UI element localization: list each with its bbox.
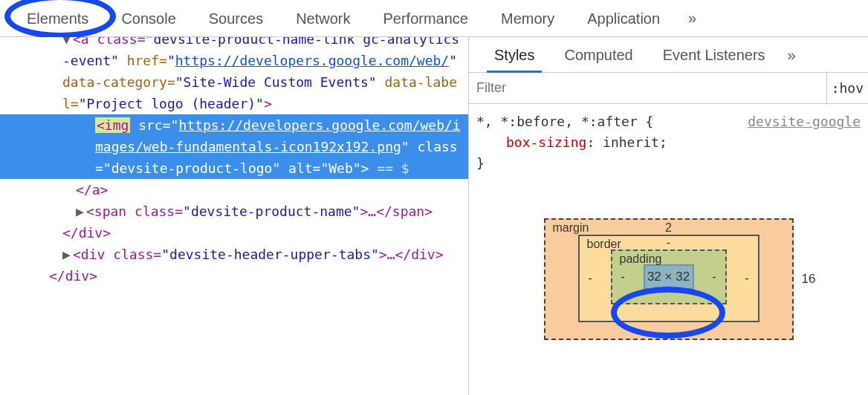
css-rule[interactable]: *, *:before, *:after { devsite-google bo… — [469, 104, 868, 178]
hov-toggle[interactable]: :hov — [826, 73, 868, 103]
dom-datacat: "Site-Wide Custom Events" — [175, 74, 377, 90]
dom-datacat-label: data-category= — [62, 74, 175, 90]
styles-filter-input[interactable] — [469, 73, 826, 103]
dom-div2-open: <div class= — [73, 247, 161, 262]
rule-selector: *, *:before, *:after { — [476, 111, 653, 132]
dom-a-open: <a class= — [73, 37, 146, 47]
dom-selected-marker: == $ — [369, 160, 409, 176]
tab-application[interactable]: Application — [571, 0, 676, 37]
rule-close: } — [476, 153, 861, 174]
dom-div-end-2: </div> — [49, 268, 97, 284]
elements-tree[interactable]: ▼<a class="devsite-product-name-link gc-… — [0, 37, 468, 395]
boxmodel-content: 32 × 32 — [644, 264, 694, 290]
boxmodel-border-right: - — [745, 272, 748, 285]
dom-img-src-label: src=" — [130, 117, 178, 133]
dom-a-end: </a> — [76, 182, 108, 197]
dom-href-label: href= — [119, 53, 167, 68]
boxmodel-margin-top: 2 — [665, 221, 672, 235]
tab-performance[interactable]: Performance — [367, 0, 485, 37]
rule-value: inherit; — [603, 134, 667, 150]
tab-memory[interactable]: Memory — [485, 0, 571, 37]
main-tab-bar: Elements Console Sources Network Perform… — [0, 0, 868, 37]
boxmodel-border-left: - — [589, 272, 592, 285]
boxmodel-padding-left: - — [621, 270, 625, 284]
dom-q2: " — [449, 53, 457, 68]
boxmodel-padding-right: - — [712, 270, 716, 284]
dom-img-tag: <img — [95, 117, 130, 133]
collapse-icon[interactable]: ▼ — [62, 37, 73, 50]
expand-icon-2[interactable]: ▶ — [62, 244, 73, 265]
styles-panel: Styles Computed Event Listeners » :hov *… — [468, 37, 868, 395]
dom-span-tail: >…</span> — [360, 203, 433, 219]
rule-source-link[interactable]: devsite-google — [748, 111, 861, 132]
dom-div-end: </div> — [62, 225, 111, 241]
boxmodel-border-top: - — [667, 236, 670, 249]
dom-span-open: <span class= — [86, 203, 183, 219]
tab-styles[interactable]: Styles — [479, 37, 549, 73]
tab-console[interactable]: Console — [105, 0, 192, 37]
box-model[interactable]: margin 2 border - - - padding - - 32 × 3… — [544, 218, 794, 340]
dom-datalabel: "Project logo (header)" — [79, 96, 264, 111]
dom-div2-class: "devsite-header-upper-tabs" — [161, 247, 379, 262]
styles-tab-bar: Styles Computed Event Listeners » — [469, 37, 868, 73]
styles-overflow-icon[interactable]: » — [780, 37, 803, 73]
boxmodel-padding-label: padding — [620, 252, 662, 266]
tab-network[interactable]: Network — [279, 0, 366, 37]
tab-overflow-icon[interactable]: » — [676, 10, 708, 27]
dom-href-link[interactable]: https://developers.google.com/web/ — [175, 53, 449, 68]
dom-q1: " — [167, 53, 175, 68]
dom-span-class: "devsite-product-name" — [183, 203, 360, 219]
expand-icon[interactable]: ▶ — [76, 200, 86, 222]
rule-prop: box-sizing — [476, 134, 586, 150]
selected-node[interactable]: <img src="https://developers.google.com/… — [0, 114, 468, 179]
boxmodel-margin-label: margin — [553, 221, 589, 235]
dom-a-closetag: > — [264, 96, 272, 111]
tab-sources[interactable]: Sources — [192, 0, 279, 37]
boxmodel-margin-right: 16 — [802, 272, 816, 287]
tab-computed[interactable]: Computed — [549, 37, 647, 73]
dom-div2-tail: >…</div> — [379, 247, 444, 262]
tab-event-listeners[interactable]: Event Listeners — [648, 37, 780, 73]
tab-elements[interactable]: Elements — [10, 0, 105, 37]
